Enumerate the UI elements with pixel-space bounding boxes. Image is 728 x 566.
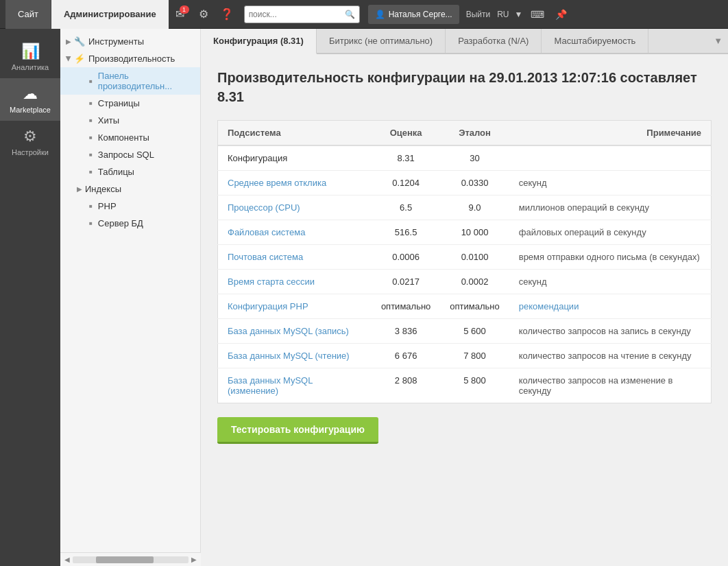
note-link[interactable]: рекомендации xyxy=(519,301,579,311)
tab-bitrix-label: Битрикс (не оптимально) xyxy=(329,36,433,46)
tab-scale-label: Масштабируемость xyxy=(554,36,635,46)
tree-arrow-indexes: ▶ xyxy=(77,185,82,193)
tree-menu: ▶ 🔧 Инструменты ▶ ⚡ Производительность ■… xyxy=(60,29,200,236)
tree-sub-item-components-label: Компоненты xyxy=(98,132,149,143)
cell-subsystem: Конфигурация PHP xyxy=(218,294,372,319)
tree-item-indexes-label: Индексы xyxy=(85,184,121,194)
tab-dev[interactable]: Разработка (N/A) xyxy=(446,29,542,53)
cell-benchmark: 5 600 xyxy=(440,319,509,344)
table-row: Почтовая система0.00060.0100время отправ… xyxy=(218,245,712,270)
cell-benchmark: 0.0100 xyxy=(440,245,509,270)
subsystem-link[interactable]: База данных MySQL (изменение) xyxy=(228,375,313,396)
marketplace-icon: ☁ xyxy=(23,85,38,103)
notification-badge: 1 xyxy=(180,5,189,14)
cell-benchmark: 5 800 xyxy=(440,368,509,403)
col-header-note: Примечание xyxy=(509,121,712,146)
keyboard-icon[interactable]: ⌨ xyxy=(528,6,547,23)
tree-sub-item-components[interactable]: ■ Компоненты xyxy=(60,129,200,146)
user-button[interactable]: 👤 Наталья Серге... xyxy=(368,5,459,24)
tab-chevron-icon[interactable]: ▼ xyxy=(708,29,728,53)
tree-item-tools-label: Инструменты xyxy=(88,36,144,47)
cell-subsystem: Конфигурация xyxy=(218,145,372,171)
cell-subsystem: Файловая система xyxy=(218,220,372,245)
cell-score: 516.5 xyxy=(372,220,440,245)
tab-config[interactable]: Конфигурация (8.31) xyxy=(201,29,317,54)
col-header-benchmark: Эталон xyxy=(440,121,509,146)
language-button[interactable]: RU xyxy=(497,10,509,19)
cell-subsystem: Почтовая система xyxy=(218,245,372,270)
tree-sub-item-hits[interactable]: ■ Хиты xyxy=(60,112,200,129)
lang-chevron-icon[interactable]: ▼ xyxy=(515,10,523,19)
table-row: База данных MySQL (чтение)6 6767 800коли… xyxy=(218,344,712,368)
subsystem-link[interactable]: База данных MySQL (запись) xyxy=(228,326,349,336)
logout-button[interactable]: Выйти xyxy=(466,10,491,19)
tree-sub-item-php[interactable]: ■ PHP xyxy=(60,198,200,215)
admin-tab-label: Администрирование xyxy=(64,9,156,19)
cell-subsystem: Среднее время отклика xyxy=(218,171,372,196)
tree-item-tools[interactable]: ▶ 🔧 Инструменты xyxy=(60,33,200,50)
tab-scale[interactable]: Масштабируемость xyxy=(542,29,648,53)
cell-score: 0.1204 xyxy=(372,171,440,196)
h-scrollbar-track[interactable] xyxy=(73,556,189,563)
tab-bar: Конфигурация (8.31) Битрикс (не оптималь… xyxy=(201,29,728,54)
cell-score: 3 836 xyxy=(372,319,440,344)
subsystem-link[interactable]: Почтовая система xyxy=(228,252,303,262)
sidebar-item-marketplace[interactable]: ☁ Marketplace xyxy=(0,78,60,121)
tree-sub-item-panel-label: Панель производительн... xyxy=(98,71,195,91)
subsystem-link[interactable]: Конфигурация PHP xyxy=(228,301,308,311)
tree-sub-item-db[interactable]: ■ Сервер БД xyxy=(60,215,200,232)
main-layout: 📊 Аналитика ☁ Marketplace ⚙ Настройки ▶ … xyxy=(0,29,728,566)
left-panel: ▶ 🔧 Инструменты ▶ ⚡ Производительность ■… xyxy=(60,29,201,566)
subsystem-link[interactable]: База данных MySQL (чтение) xyxy=(228,351,350,361)
tree-item-performance-label: Производительность xyxy=(88,54,175,64)
pin-icon[interactable]: 📌 xyxy=(553,6,570,23)
scroll-left-icon[interactable]: ◀ xyxy=(64,556,70,563)
cell-benchmark: 9.0 xyxy=(440,196,509,220)
subsystem-link[interactable]: Время старта сессии xyxy=(228,276,315,287)
table-row: Конфигурация8.3130 xyxy=(218,145,712,171)
horizontal-scrollbar-area: ◀ ▶ xyxy=(60,552,201,566)
search-box: 🔍 xyxy=(244,5,360,23)
tree-sub-item-pages[interactable]: ■ Страницы xyxy=(60,95,200,112)
cell-subsystem: Время старта сессии xyxy=(218,270,372,294)
table-row: Файловая система516.510 000файловых опер… xyxy=(218,220,712,245)
cell-note: рекомендации xyxy=(509,294,712,319)
test-config-button[interactable]: Тестировать конфигурацию xyxy=(217,417,378,444)
bullet-panel: ■ xyxy=(89,78,93,84)
help-icon[interactable]: ❓ xyxy=(215,3,239,26)
site-tab[interactable]: Сайт xyxy=(5,0,51,29)
tree-sub-item-sql[interactable]: ■ Запросы SQL xyxy=(60,146,200,163)
cell-score: 0.0217 xyxy=(372,270,440,294)
subsystem-link[interactable]: Процессор (CPU) xyxy=(228,202,300,213)
user-name-label: Наталья Серге... xyxy=(389,10,452,19)
tree-sub-item-tables[interactable]: ■ Таблицы xyxy=(60,163,200,180)
cell-benchmark: оптимально xyxy=(440,294,509,319)
sidebar-item-settings[interactable]: ⚙ Настройки xyxy=(0,121,60,163)
cell-score: 6 676 xyxy=(372,344,440,368)
tree-sub-item-php-label: PHP xyxy=(98,201,117,211)
tree-sub-item-panel[interactable]: ■ Панель производительн... xyxy=(60,67,200,95)
settings-gear-icon: ⚙ xyxy=(23,128,37,145)
tab-bitrix[interactable]: Битрикс (не оптимально) xyxy=(317,29,446,53)
cell-benchmark: 7 800 xyxy=(440,344,509,368)
subsystem-link[interactable]: Среднее время отклика xyxy=(228,178,326,188)
col-header-score: Оценка xyxy=(372,121,440,146)
search-input[interactable] xyxy=(249,10,345,19)
search-submit-icon[interactable]: 🔍 xyxy=(345,10,355,19)
tab-dev-label: Разработка (N/A) xyxy=(458,36,529,46)
sidebar-item-analytics[interactable]: 📊 Аналитика xyxy=(0,36,60,78)
table-row: База данных MySQL (запись)3 8365 600коли… xyxy=(218,319,712,344)
table-row: Конфигурация PHPоптимальнооптимальнореко… xyxy=(218,294,712,319)
admin-tab[interactable]: Администрирование xyxy=(51,0,169,29)
cell-score: 8.31 xyxy=(372,145,440,171)
tree-item-indexes[interactable]: ▶ Индексы xyxy=(60,180,200,198)
tree-sub-item-pages-label: Страницы xyxy=(98,98,140,108)
tree-item-performance[interactable]: ▶ ⚡ Производительность xyxy=(60,50,200,67)
cell-note: количество запросов на изменение в секун… xyxy=(509,368,712,403)
settings-icon[interactable]: ⚙ xyxy=(192,3,215,26)
performance-table: Подсистема Оценка Эталон Примечание Конф… xyxy=(217,120,712,403)
subsystem-link[interactable]: Файловая система xyxy=(228,227,305,237)
notification-icon[interactable]: ✉ 1 xyxy=(169,3,192,26)
table-row: Процессор (CPU)6.59.0миллионов операций … xyxy=(218,196,712,220)
scroll-right-icon[interactable]: ▶ xyxy=(191,556,197,563)
